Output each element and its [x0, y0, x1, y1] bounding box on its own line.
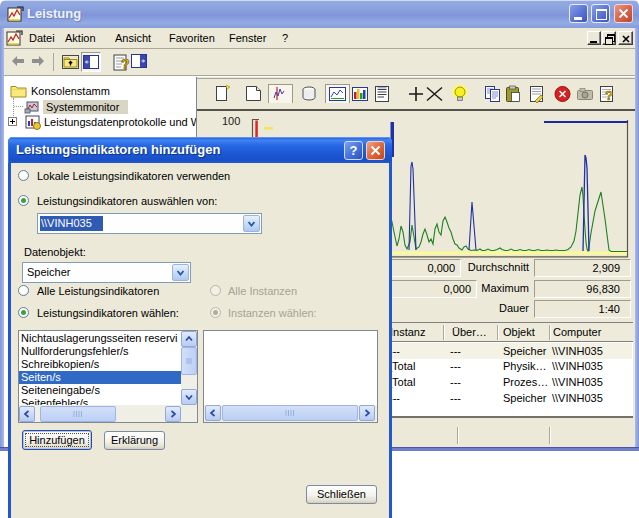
- svg-text:?: ?: [121, 56, 130, 72]
- svg-text:?: ?: [605, 88, 613, 103]
